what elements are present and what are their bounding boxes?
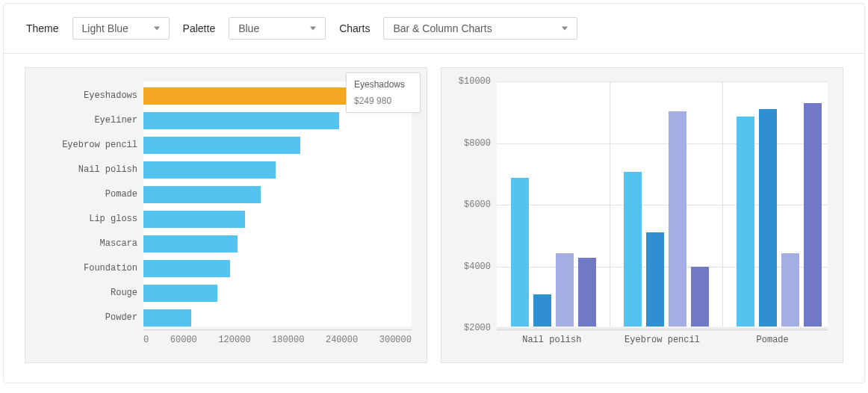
bar[interactable]: [143, 137, 300, 154]
charts-select-value: Bar & Column Charts: [393, 22, 492, 34]
column-bar[interactable]: [781, 253, 799, 327]
column-bar[interactable]: [759, 109, 777, 327]
palette-label: Palette: [183, 22, 216, 34]
theme-select[interactable]: Light Blue: [72, 17, 170, 40]
bar-label: Pomade: [31, 189, 143, 199]
bar[interactable]: [143, 161, 276, 179]
bar-label: Eyeliner: [31, 115, 143, 126]
column-bar[interactable]: [556, 253, 574, 327]
theme-label: Theme: [26, 22, 59, 34]
column-chart-plot: $2000$4000$6000$8000$10000: [497, 81, 828, 327]
controls-bar: Theme Light Blue Palette Blue Charts Bar…: [4, 4, 864, 54]
tooltip-title: Eyeshadows: [354, 79, 412, 90]
tooltip-value: $249 980: [354, 96, 412, 106]
x-tick: 180000: [272, 335, 304, 345]
bar[interactable]: [143, 285, 217, 302]
column-chart-x-axis: Nail polishEyebrow pencilPomade: [497, 329, 828, 345]
palette-select-value: Blue: [238, 22, 259, 34]
column-x-tick: Nail polish: [497, 335, 607, 345]
chart-tooltip: Eyeshadows $249 980: [346, 72, 421, 113]
y-tick: $4000: [449, 262, 491, 272]
column-bar[interactable]: [737, 117, 754, 327]
x-tick: 0: [143, 335, 149, 345]
bar-chart: EyeshadowsEyelinerEyebrow pencilNail pol…: [25, 67, 427, 363]
column-bar[interactable]: [669, 111, 686, 327]
x-tick: 60000: [170, 335, 197, 345]
bar-label: Eyeshadows: [31, 90, 143, 101]
bar[interactable]: [143, 235, 238, 253]
column-bar[interactable]: [578, 258, 596, 327]
bar-label: Rouge: [31, 288, 143, 298]
bar[interactable]: [143, 112, 339, 129]
theme-select-value: Light Blue: [82, 22, 128, 34]
bar-label: Lip gloss: [31, 214, 143, 224]
column-x-tick: Eyebrow pencil: [607, 335, 718, 345]
y-tick: $8000: [449, 138, 491, 149]
column-bar[interactable]: [691, 267, 709, 327]
bar-label: Eyebrow pencil: [31, 140, 143, 150]
bar[interactable]: [143, 87, 373, 105]
bar-label: Mascara: [31, 238, 143, 249]
bar[interactable]: [143, 309, 191, 327]
column-x-tick: Pomade: [717, 335, 828, 345]
column-chart: $2000$4000$6000$8000$10000 Nail polishEy…: [441, 67, 843, 363]
x-tick: 120000: [218, 335, 250, 345]
y-tick: $10000: [449, 76, 491, 87]
palette-select[interactable]: Blue: [229, 17, 326, 40]
bar[interactable]: [143, 211, 245, 228]
bar-label: Nail polish: [31, 164, 143, 175]
column-bar[interactable]: [624, 172, 642, 327]
y-tick: $6000: [449, 199, 491, 210]
bar[interactable]: [143, 260, 230, 277]
column-bar[interactable]: [533, 294, 551, 327]
bar-label: Powder: [31, 312, 143, 323]
bar-chart-x-axis: 060000120000180000240000300000: [143, 329, 412, 345]
x-tick: 240000: [326, 335, 358, 345]
charts-select[interactable]: Bar & Column Charts: [383, 17, 577, 40]
column-bar[interactable]: [646, 232, 664, 327]
charts-label: Charts: [339, 22, 370, 34]
y-tick: $2000: [449, 323, 491, 333]
bar[interactable]: [143, 186, 261, 203]
column-bar[interactable]: [804, 103, 822, 327]
x-tick: 300000: [379, 335, 412, 345]
bar-label: Foundation: [31, 263, 143, 273]
column-bar[interactable]: [511, 178, 529, 327]
bar-chart-plot: EyeshadowsEyelinerEyebrow pencilNail pol…: [143, 81, 412, 327]
